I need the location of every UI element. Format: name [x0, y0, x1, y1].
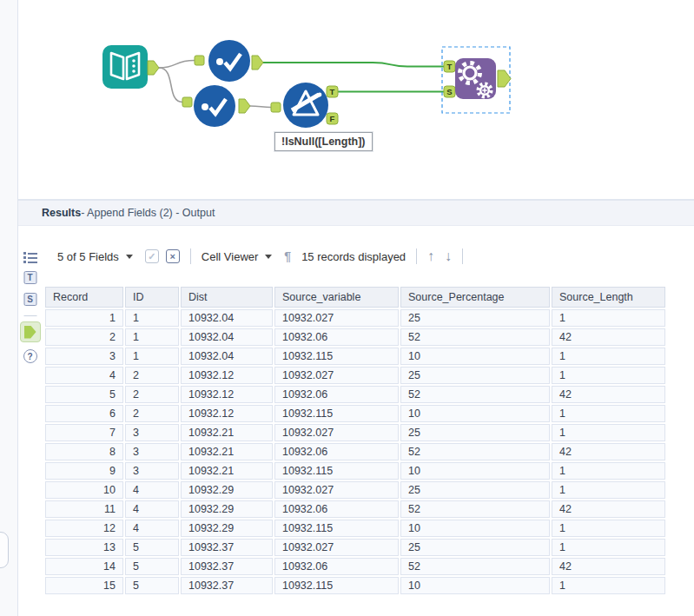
deselect-fields-icon[interactable]: × — [166, 249, 180, 263]
column-header[interactable]: Source_Length — [552, 287, 665, 308]
input-anchor-t-button[interactable]: T — [23, 271, 36, 284]
filter-tool[interactable]: T F — [271, 83, 338, 128]
table-cell[interactable]: 15 — [45, 577, 123, 594]
append-fields-tool[interactable]: T S — [442, 47, 511, 113]
table-cell[interactable]: 10932.115 — [274, 520, 399, 537]
table-cell[interactable]: 10932.06 — [274, 558, 399, 575]
arrow-up-button[interactable]: ↑ — [427, 248, 434, 264]
table-cell[interactable]: 5 — [125, 558, 179, 575]
table-cell[interactable]: 10932.04 — [181, 328, 273, 346]
input-anchor-icon[interactable] — [195, 56, 204, 65]
output-anchor-button[interactable] — [20, 321, 41, 342]
table-cell[interactable]: 10932.06 — [274, 328, 399, 346]
table-cell[interactable]: 10932.21 — [181, 424, 273, 441]
table-cell[interactable]: 1 — [552, 462, 665, 480]
table-cell[interactable]: 10932.04 — [181, 309, 273, 327]
table-cell[interactable]: 25 — [400, 309, 550, 327]
input-data-tool[interactable] — [102, 45, 159, 89]
table-cell[interactable]: 2 — [125, 405, 179, 422]
table-cell[interactable]: 14 — [45, 558, 123, 575]
table-cell[interactable]: 10932.027 — [274, 424, 399, 441]
table-cell[interactable]: 2 — [125, 386, 179, 403]
table-cell[interactable]: 1 — [552, 577, 665, 594]
cell-viewer-dropdown[interactable]: Cell Viewer — [202, 250, 259, 263]
annotation-box[interactable]: !IsNull([Length]) — [274, 132, 373, 151]
table-cell[interactable]: 3 — [125, 462, 179, 480]
input-anchor-icon[interactable] — [182, 97, 192, 107]
table-cell[interactable]: 42 — [552, 500, 665, 518]
table-cell[interactable]: 42 — [552, 328, 665, 346]
table-cell[interactable]: 10 — [400, 348, 550, 365]
table-cell[interactable]: 25 — [400, 424, 550, 441]
table-cell[interactable]: 52 — [400, 386, 550, 403]
table-cell[interactable]: 4 — [45, 367, 123, 384]
table-cell[interactable]: 3 — [45, 348, 123, 365]
column-header[interactable]: Source_variable — [274, 287, 399, 308]
table-cell[interactable]: 1 — [45, 309, 123, 327]
help-icon[interactable]: ? — [23, 349, 37, 363]
table-cell[interactable]: 52 — [400, 500, 550, 518]
column-header[interactable]: Dist — [181, 287, 273, 308]
output-anchor-icon[interactable] — [148, 61, 159, 75]
table-cell[interactable]: 1 — [552, 367, 665, 384]
table-cell[interactable]: 10932.29 — [181, 481, 273, 499]
arrow-down-button[interactable]: ↓ — [445, 248, 452, 264]
table-cell[interactable]: 10932.29 — [181, 500, 273, 518]
table-cell[interactable]: 10932.06 — [274, 386, 399, 403]
table-cell[interactable]: 4 — [125, 481, 179, 499]
table-cell[interactable]: 10932.027 — [274, 309, 399, 327]
table-cell[interactable]: 10932.04 — [181, 348, 273, 365]
table-cell[interactable]: 42 — [552, 386, 665, 403]
chevron-down-icon[interactable] — [265, 255, 272, 259]
table-cell[interactable]: 10932.06 — [274, 443, 399, 460]
column-header[interactable]: ID — [125, 287, 179, 308]
table-cell[interactable]: 6 — [45, 405, 123, 422]
table-cell[interactable]: 10932.21 — [181, 462, 273, 480]
table-cell[interactable]: 25 — [400, 367, 550, 384]
table-cell[interactable]: 2 — [45, 328, 123, 346]
column-header[interactable]: Source_Percentage — [400, 287, 550, 308]
table-cell[interactable]: 10932.115 — [274, 405, 399, 422]
table-cell[interactable]: 2 — [125, 367, 179, 384]
table-cell[interactable]: 52 — [400, 443, 550, 460]
table-cell[interactable]: 1 — [125, 328, 179, 346]
table-cell[interactable]: 10932.29 — [181, 520, 273, 537]
table-cell[interactable]: 5 — [45, 386, 123, 403]
wire-select1-to-append-t[interactable] — [263, 63, 444, 67]
table-cell[interactable]: 8 — [45, 443, 123, 460]
table-cell[interactable]: 10932.027 — [274, 481, 399, 499]
select-tool-2[interactable] — [182, 85, 250, 127]
panel-flyout-handle[interactable] — [0, 532, 9, 568]
table-cell[interactable]: 10932.06 — [274, 500, 399, 518]
table-cell[interactable]: 10932.12 — [181, 367, 273, 384]
table-cell[interactable]: 1 — [552, 481, 665, 499]
table-cell[interactable]: 1 — [552, 405, 665, 422]
table-cell[interactable]: 25 — [400, 481, 550, 499]
table-cell[interactable]: 10 — [45, 481, 123, 499]
input-anchor-s-button[interactable]: S — [23, 293, 36, 306]
output-anchor-icon[interactable] — [239, 99, 250, 113]
table-cell[interactable]: 52 — [400, 558, 550, 575]
metadata-list-icon[interactable] — [23, 250, 37, 265]
table-cell[interactable]: 10932.115 — [274, 577, 399, 594]
column-header[interactable]: Record — [45, 287, 123, 308]
table-cell[interactable]: 10 — [400, 520, 550, 537]
table-cell[interactable]: 42 — [552, 558, 665, 575]
table-cell[interactable]: 10932.37 — [181, 539, 273, 556]
table-cell[interactable]: 3 — [125, 443, 179, 460]
table-cell[interactable]: 10932.12 — [181, 405, 273, 422]
table-cell[interactable]: 52 — [400, 328, 550, 346]
table-cell[interactable]: 10932.027 — [274, 539, 399, 556]
table-cell[interactable]: 1 — [552, 309, 665, 327]
output-anchor-icon[interactable] — [498, 70, 511, 87]
table-cell[interactable]: 5 — [125, 577, 179, 594]
table-cell[interactable]: 10 — [400, 405, 550, 422]
table-cell[interactable]: 10932.115 — [274, 348, 399, 365]
table-cell[interactable]: 7 — [45, 424, 123, 441]
table-cell[interactable]: 10932.115 — [274, 462, 399, 480]
table-cell[interactable]: 1 — [552, 424, 665, 441]
table-cell[interactable]: 1 — [552, 539, 665, 556]
workflow-canvas[interactable]: T F T S !IsNull([Length]) — [18, 0, 694, 199]
input-anchor-icon[interactable] — [271, 103, 281, 112]
chevron-down-icon[interactable] — [126, 255, 133, 259]
